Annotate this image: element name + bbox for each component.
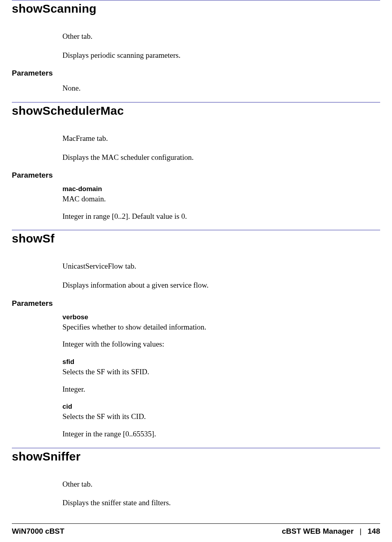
intro-line: Other tab. xyxy=(62,479,380,489)
section-body: Other tab. Displays periodic scanning pa… xyxy=(62,31,380,60)
intro-line: Displays information about a given servi… xyxy=(62,280,380,290)
section-title: showSf xyxy=(12,232,380,245)
parameters-body: mac-domain MAC domain. Integer in range … xyxy=(62,185,380,221)
page: showScanning Other tab. Displays periodi… xyxy=(0,0,392,542)
param-name: cid xyxy=(62,403,380,411)
parameters-body: None. xyxy=(62,83,380,93)
parameters-heading: Parameters xyxy=(12,299,380,308)
param-detail: Integer in the range [0..65535]. xyxy=(62,429,380,439)
param-name: mac-domain xyxy=(62,185,380,193)
param-detail: Integer in range [0..2]. Default value i… xyxy=(62,211,380,222)
param-name: verbose xyxy=(62,313,380,321)
section-rule xyxy=(12,448,380,448)
param-desc: Specifies whether to show detailed infor… xyxy=(62,322,380,332)
param-detail: Integer. xyxy=(62,384,380,394)
page-footer: WiN7000 cBST cBST WEB Manager | 148 xyxy=(12,523,380,536)
intro-line: Other tab. xyxy=(62,31,380,42)
section-rule xyxy=(12,230,380,230)
footer-page-number: 148 xyxy=(368,527,380,535)
section-title: showScanning xyxy=(12,2,380,15)
param-desc: Selects the SF with its SFID. xyxy=(62,367,380,377)
section-title: showSniffer xyxy=(12,450,380,463)
footer-separator: | xyxy=(356,527,366,536)
footer-right: cBST WEB Manager | 148 xyxy=(282,527,380,536)
section-rule xyxy=(12,0,380,0)
param-name: sfid xyxy=(62,358,380,366)
section-body: MacFrame tab. Displays the MAC scheduler… xyxy=(62,133,380,162)
intro-line: Displays the MAC scheduler configuration… xyxy=(62,152,380,163)
intro-line: UnicastServiceFlow tab. xyxy=(62,261,380,271)
footer-left: WiN7000 cBST xyxy=(12,527,64,536)
parameters-heading: Parameters xyxy=(12,171,380,180)
parameters-heading: Parameters xyxy=(12,69,380,78)
section-rule xyxy=(12,102,380,102)
footer-doc-title: cBST WEB Manager xyxy=(282,527,354,535)
section-body: UnicastServiceFlow tab. Displays informa… xyxy=(62,261,380,290)
intro-line: MacFrame tab. xyxy=(62,133,380,144)
param-desc: Selects the SF with its CID. xyxy=(62,411,380,422)
intro-line: Displays the sniffer state and filters. xyxy=(62,498,380,508)
section-title: showSchedulerMac xyxy=(12,104,380,117)
intro-line: Displays periodic scanning parameters. xyxy=(62,50,380,61)
param-detail: Integer with the following values: xyxy=(62,339,380,349)
params-none: None. xyxy=(62,83,380,93)
section-body: Other tab. Displays the sniffer state an… xyxy=(62,479,380,508)
parameters-body: verbose Specifies whether to show detail… xyxy=(62,313,380,439)
param-desc: MAC domain. xyxy=(62,194,380,204)
